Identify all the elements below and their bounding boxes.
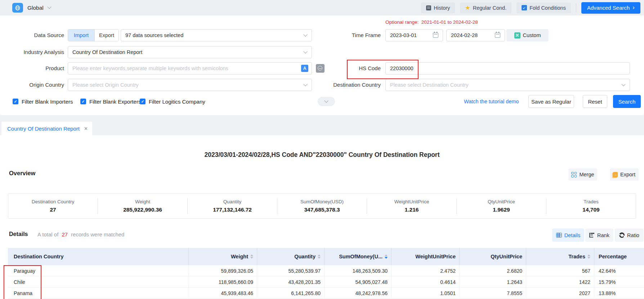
data-sources-select[interactable]: 97 data sources selected (121, 29, 312, 41)
filter-logitics-company-checkbox[interactable]: Filter Logitics Company (140, 95, 205, 108)
destination-country-label: Destination Country (317, 79, 381, 91)
history-button[interactable]: History (421, 3, 455, 13)
filter-label: Filter Blank Exporters (89, 99, 141, 105)
tab-country-of-destination-report[interactable]: Country Of Destination Report (1, 122, 92, 135)
stat-trades: Trades 14,709 (546, 199, 636, 213)
top-bar-actions: History ★ Regular Cond. ↙ Fold Condition… (421, 2, 640, 14)
checkbox-checked-icon (13, 99, 18, 104)
import-toggle[interactable]: Import (68, 30, 94, 41)
cell-country: Paraguay (8, 265, 188, 276)
cell-weight: 45,939,483.46 (188, 287, 257, 299)
regular-cond-button[interactable]: ★ Regular Cond. (460, 3, 511, 13)
bar-chart-icon (589, 233, 595, 237)
merge-button[interactable]: Merge (568, 168, 597, 181)
cell-country: Panama (8, 287, 188, 299)
chevron-down-icon (47, 5, 51, 9)
hs-code-input[interactable] (385, 62, 630, 74)
tutorial-link[interactable]: Watch the tutorial demo (464, 95, 519, 108)
export-icon (613, 172, 618, 177)
column-header-weight-unit-price: WeightUnitPrice (391, 248, 459, 265)
translate-icon[interactable]: A (301, 65, 308, 72)
cell-sum-of-money: 48,242,978.56 (324, 287, 391, 299)
region-label[interactable]: Global (27, 5, 44, 11)
view-ratio-button[interactable]: Ratio (615, 228, 644, 242)
export-label: Export (620, 172, 635, 177)
table-header-row: Destination Country Weight Quantity SumO… (8, 248, 644, 265)
details-heading: Details (9, 231, 28, 237)
start-date-value: 2023-03-01 (390, 32, 417, 38)
export-button[interactable]: Export (610, 168, 639, 181)
checkbox-checked-icon (80, 99, 86, 104)
custom-label: Custom (523, 32, 541, 38)
summary-prefix: A total of (37, 231, 58, 237)
summary-suffix: records were matched (71, 231, 124, 237)
search-button[interactable]: Search (613, 95, 641, 108)
history-label: History (434, 5, 450, 11)
cell-weight: 118,985,660.09 (188, 276, 257, 287)
search-form: Optional range: 2021-01-01 to 2024-02-28… (0, 15, 644, 115)
stat-weight: Weight 285,922,990.36 (98, 199, 187, 213)
close-icon[interactable] (84, 126, 88, 131)
filter-blank-exporters-checkbox[interactable]: Filter Blank Exporters (80, 95, 141, 108)
view-details-button[interactable]: Details (552, 228, 584, 242)
column-header-weight[interactable]: Weight (188, 248, 257, 265)
reset-button[interactable]: Reset (583, 95, 607, 108)
end-date-value: 2024-02-28 (451, 32, 478, 38)
cell-trades: 567 (526, 265, 594, 276)
save-as-regular-button[interactable]: Save as Regular (528, 95, 574, 108)
tab-title: Country Of Destination Report (7, 126, 80, 132)
column-header-percentage: Percentage (594, 248, 644, 265)
advanced-search-button[interactable]: Advanced Search › (581, 2, 640, 14)
table-icon (556, 233, 562, 237)
column-header-quantity[interactable]: Quantity (257, 248, 324, 265)
cell-weight-unit-price: 1.0501 (391, 287, 459, 299)
cell-percentage: 42.64% (594, 265, 644, 276)
industry-analysis-value: Country Of Destination Report (72, 49, 142, 55)
merge-icon (571, 172, 577, 177)
report-title: 2023/03/01-2024/02/28,HS Code AND"220300… (0, 151, 644, 159)
chevron-down-icon (621, 82, 625, 86)
time-frame-label: Time Frame (317, 29, 381, 41)
cell-country: Chile (8, 276, 188, 287)
cell-qty-unit-price: 2.6820 (459, 265, 526, 276)
globe-icon (12, 3, 23, 13)
column-header-trades[interactable]: Trades (526, 248, 594, 265)
destination-country-select[interactable]: Please select Destination Country (385, 79, 630, 91)
stat-sum-of-money: SumOfMoney(USD) 347,685,378.3 (277, 199, 367, 213)
origin-country-placeholder: Please select Origin Country (72, 82, 139, 88)
cell-qty-unit-price: 7.8555 (459, 287, 526, 299)
data-source-toggle: Import Export (68, 29, 119, 41)
column-header-sum-of-money[interactable]: SumOfMoney(U... (324, 248, 391, 265)
fold-conditions-button[interactable]: ↙ Fold Conditions (516, 3, 571, 13)
view-rank-label: Rank (597, 232, 609, 238)
advanced-search-label: Advanced Search (587, 5, 630, 11)
origin-country-select[interactable]: Please select Origin Country (68, 79, 312, 91)
custom-range-button[interactable]: ⌘ Custom (506, 29, 549, 41)
collapse-form-button[interactable] (318, 97, 335, 106)
cell-quantity: 43,428,201.35 (257, 276, 324, 287)
filter-blank-importers-checkbox[interactable]: Filter Blank Importers (13, 95, 73, 108)
optional-range-note: Optional range: 2021-01-01 to 2024-02-28 (385, 19, 478, 25)
stat-destination-country: Destination Country 27 (8, 199, 98, 213)
calendar-icon (433, 33, 438, 38)
end-date-input[interactable]: 2024-02-28 (446, 29, 505, 41)
checkbox-checked-icon (140, 99, 146, 104)
sort-icon (250, 254, 253, 259)
cell-sum-of-money: 54,905,027.48 (324, 276, 391, 287)
table-row: Panama 45,939,483.46 6,141,265.80 48,242… (8, 287, 644, 299)
start-date-input[interactable]: 2023-03-01 (385, 29, 443, 41)
table-row: Chile 118,985,660.09 43,428,201.35 54,90… (8, 276, 644, 287)
export-toggle[interactable]: Export (94, 30, 118, 41)
star-icon: ★ (465, 5, 470, 11)
calendar-icon (495, 33, 500, 38)
product-input[interactable] (68, 62, 312, 74)
chevron-down-icon (303, 49, 307, 53)
region-selector[interactable]: Global (12, 3, 51, 13)
chevron-down-icon (303, 82, 307, 86)
industry-analysis-select[interactable]: Country Of Destination Report (68, 46, 312, 58)
chevron-right-icon: › (632, 4, 635, 10)
overview-stats: Destination Country 27 Weight 285,922,99… (8, 193, 636, 219)
industry-analysis-label: Industry Analysis (0, 46, 64, 58)
view-rank-button[interactable]: Rank (585, 228, 613, 242)
cell-percentage: 13.88% (594, 287, 644, 299)
